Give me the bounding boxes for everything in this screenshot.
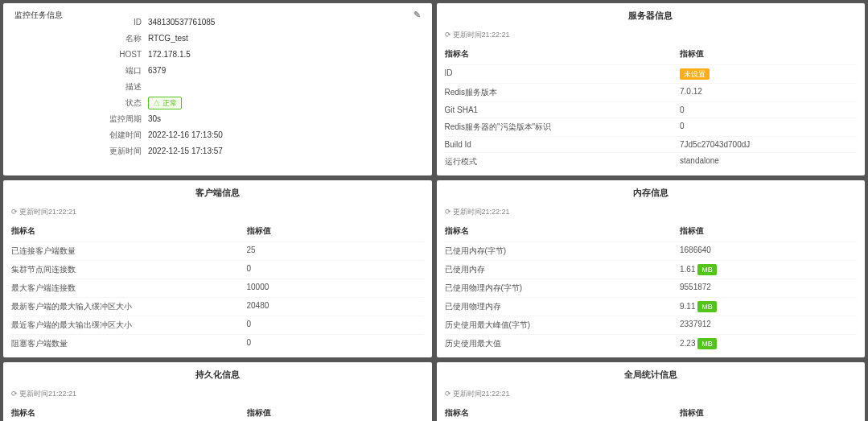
info-row: 监控周期30s (11, 111, 424, 127)
info-row: 名称RTCG_test (11, 31, 424, 47)
refresh-row[interactable]: ⟳更新时间21:22:21 (11, 386, 424, 402)
info-label: 创建时间 (11, 129, 148, 142)
metric-value: 1.61 MB (680, 264, 857, 275)
metric-value: 0 (247, 320, 424, 331)
unit-tag: MB (697, 338, 717, 349)
metric-name: 已使用内存(字节) (445, 246, 681, 257)
table-row: Redis服务版本7.0.12 (445, 83, 858, 101)
refresh-icon[interactable]: ⟳ (11, 390, 18, 398)
table-row: 已使用物理内存9.11 MB (445, 297, 858, 316)
table-header: 指标名 指标值 (445, 43, 858, 64)
table-row: 集群节点间连接数0 (11, 260, 424, 279)
metric-name: ID (445, 68, 681, 80)
info-value: 172.178.1.5 (148, 48, 191, 61)
table-header: 指标名 指标值 (11, 402, 424, 421)
info-row: 端口6379 (11, 63, 424, 79)
info-value: RTCG_test (148, 32, 188, 45)
table-row: 运行模式standalone (445, 152, 858, 171)
metric-name: 阻塞客户端数量 (11, 338, 247, 349)
persist-info-card: 持久化信息 ⟳更新时间21:22:21 指标名 指标值 是否正在创建持久化文件0… (3, 362, 432, 421)
client-card-title: 客户端信息 (11, 185, 424, 204)
metric-value: 10000 (247, 283, 424, 294)
table-row: 最近客户端的最大输出缓冲区大小0 (11, 316, 424, 334)
table-row: Build Id7Jd5c27043d700dJ (445, 136, 858, 152)
table-header: 指标名 指标值 (11, 221, 424, 241)
info-row: 描述 (11, 79, 424, 95)
metric-value: 0 (680, 122, 857, 133)
refresh-row[interactable]: ⟳更新时间21:22:21 (445, 386, 858, 402)
info-row: HOST172.178.1.5 (11, 47, 424, 63)
info-label: 监控周期 (11, 113, 148, 126)
table-row: ID未设置 (445, 64, 858, 83)
table-row: Git SHA10 (445, 101, 858, 118)
metric-value: 0 (247, 338, 424, 349)
info-label: 更新时间 (11, 145, 148, 158)
server-info-card: 服务器信息 ⟳更新时间21:22:21 指标名 指标值 ID未设置Redis服务… (437, 3, 866, 175)
metric-value: 0 (247, 264, 424, 275)
edit-icon[interactable]: ✎ (413, 10, 421, 20)
refresh-row[interactable]: ⟳更新时间21:22:21 (445, 204, 858, 221)
table-row: 历史使用最大值2.23 MB (445, 334, 858, 353)
task-info-card: 监控任务信息 ✎ ID348130537761085名称RTCG_testHOS… (3, 3, 432, 175)
info-label: 描述 (11, 80, 148, 93)
metric-name: 历史使用最大峰值(字节) (445, 320, 681, 331)
metric-value: 2.23 MB (680, 338, 857, 349)
metric-name: Redis服务器的"污染版本"标识 (445, 122, 681, 133)
metric-name: Git SHA1 (445, 105, 681, 114)
info-row: 状态△ 正常 (11, 95, 424, 111)
info-value: 6379 (148, 64, 166, 77)
table-row: 已使用内存(字节)1686640 (445, 241, 858, 260)
memory-card-title: 内存信息 (445, 185, 858, 204)
metric-name: 集群节点间连接数 (11, 264, 247, 275)
refresh-row[interactable]: ⟳更新时间21:22:21 (445, 27, 858, 43)
client-info-card: 客户端信息 ⟳更新时间21:22:21 指标名 指标值 已连接客户端数量25集群… (3, 180, 432, 357)
info-value: 2022-12-15 17:13:57 (148, 145, 223, 158)
info-value: 348130537761085 (148, 16, 215, 29)
info-row: 更新时间2022-12-15 17:13:57 (11, 143, 424, 159)
metric-name: 最新客户端的最大输入缓冲区大小 (11, 301, 247, 312)
server-card-title: 服务器信息 (445, 8, 858, 27)
metric-value: 2337912 (680, 320, 857, 331)
status-tag: △ 正常 (148, 97, 182, 109)
table-row: 最新客户端的最大输入缓冲区大小20480 (11, 297, 424, 316)
warn-tag: 未设置 (680, 68, 710, 80)
table-row: 已使用内存1.61 MB (445, 260, 858, 279)
metric-value: 20480 (247, 301, 424, 312)
table-row: Redis服务器的"污染版本"标识0 (445, 118, 858, 136)
info-label: HOST (11, 48, 148, 61)
metric-name: 运行模式 (445, 156, 681, 167)
unit-tag: MB (697, 301, 717, 312)
metric-name: Build Id (445, 140, 681, 149)
metric-value: 9551872 (680, 283, 857, 294)
metric-value: 7Jd5c27043d700dJ (680, 140, 857, 149)
metric-name: 已使用物理内存 (445, 301, 681, 312)
metric-value: 0 (680, 105, 857, 114)
info-value: 2022-12-16 17:13:50 (148, 129, 223, 142)
unit-tag: MB (697, 264, 717, 275)
table-header: 指标名 指标值 (445, 221, 858, 241)
info-label: 名称 (11, 32, 148, 45)
task-card-title: 监控任务信息 (14, 10, 63, 21)
table-header: 指标名 指标值 (445, 402, 858, 421)
refresh-row[interactable]: ⟳更新时间21:22:21 (11, 204, 424, 221)
info-value: 30s (148, 113, 161, 126)
metric-name: 已使用物理内存(字节) (445, 283, 681, 294)
metric-value: 1686640 (680, 246, 857, 257)
table-row: 历史使用最大峰值(字节)2337912 (445, 316, 858, 334)
table-row: 已使用物理内存(字节)9551872 (445, 279, 858, 297)
refresh-icon[interactable]: ⟳ (11, 208, 18, 216)
memory-info-card: 内存信息 ⟳更新时间21:22:21 指标名 指标值 已使用内存(字节)1686… (437, 180, 866, 357)
metric-name: 历史使用最大值 (445, 338, 681, 349)
table-row: 阻塞客户端数量0 (11, 334, 424, 353)
metric-name: 最大客户端连接数 (11, 283, 247, 294)
metric-name: 已使用内存 (445, 264, 681, 275)
metric-value: 7.0.12 (680, 87, 857, 98)
info-row: ID348130537761085 (11, 14, 424, 31)
refresh-icon[interactable]: ⟳ (445, 31, 451, 39)
metric-value: 25 (247, 246, 424, 257)
refresh-icon[interactable]: ⟳ (445, 390, 451, 398)
table-row: 已连接客户端数量25 (11, 241, 424, 260)
info-row: 创建时间2022-12-16 17:13:50 (11, 127, 424, 143)
refresh-icon[interactable]: ⟳ (445, 208, 451, 216)
metric-name: 最近客户端的最大输出缓冲区大小 (11, 320, 247, 331)
